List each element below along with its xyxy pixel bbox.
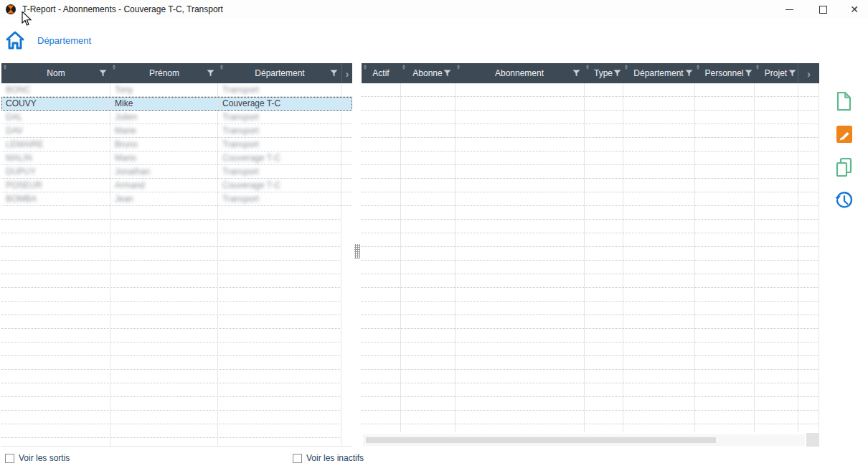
column-resize-handle[interactable] [696,65,700,70]
home-button[interactable] [5,29,25,51]
subscriptions-grid-body [362,83,819,432]
table-row[interactable]: LEMAIRE Bruno Transport [1,138,352,151]
empty-row [362,151,819,165]
chevron-right-icon: › [346,67,349,80]
cell-departement: Couverage T-C [218,97,341,110]
empty-row [1,383,341,397]
filter-icon[interactable] [443,70,451,77]
splitter-handle[interactable] [354,244,360,258]
column-resize-handle[interactable] [755,65,760,70]
empty-row [1,261,341,274]
empty-row [362,356,819,370]
column-header-prenom[interactable]: Prénom [110,63,218,83]
column-resize-handle[interactable] [3,65,7,70]
voir-les-inactifs-checkbox[interactable]: Voir les inactifs [293,453,364,463]
empty-row [362,220,819,233]
table-row-selected[interactable]: COUVY Mike Couverage T-C [1,97,352,111]
filter-icon[interactable] [99,70,107,77]
filter-icon[interactable] [572,70,580,77]
empty-row [362,206,819,220]
column-resize-handle[interactable] [220,65,224,70]
empty-row [362,124,819,138]
cell-departement: Couverage T-C [218,151,341,164]
column-resize-handle[interactable] [585,65,590,70]
column-header-personnel[interactable]: Personnel [694,63,754,83]
column-header-abonnement[interactable]: Abonnement [455,63,584,83]
more-columns-button[interactable]: › [342,63,352,83]
app-icon [6,4,16,14]
empty-row [362,233,819,247]
empty-row [362,274,819,288]
scrollbar-thumb[interactable] [366,437,716,443]
filter-icon[interactable] [613,70,621,77]
breadcrumb-departement-link[interactable]: Département [37,35,91,46]
persons-grid: Nom Prénom Département › BONC Tony Trans… [1,63,352,447]
checkbox-icon[interactable] [293,454,302,463]
empty-row [1,424,341,438]
voir-les-sortis-checkbox[interactable]: Voir les sortis [5,453,70,463]
cell-prenom: Tony [110,83,218,96]
table-row[interactable]: DUPUY Jonathan Transport [1,165,352,179]
empty-row [362,424,819,432]
column-header-type[interactable]: Type [584,63,623,83]
table-row[interactable]: MALIN Mario Couverage T-C [1,151,352,165]
cell-nom: DAV [1,124,110,137]
table-row[interactable]: BONC Tony Transport [1,83,352,97]
empty-row [1,247,341,261]
column-resize-handle[interactable] [402,65,406,70]
column-header-departement[interactable]: Département [623,63,694,83]
table-row[interactable]: DAL Julien Transport [1,111,352,124]
grid-line [455,83,456,432]
horizontal-scrollbar[interactable] [363,434,805,446]
copy-document-icon[interactable] [834,157,854,178]
grid-line [110,83,110,446]
filter-icon[interactable] [788,70,796,77]
column-resize-handle[interactable] [112,65,116,70]
grid-line [584,83,585,432]
empty-row [1,206,341,220]
empty-row [362,261,819,274]
cell-prenom: Julien [110,111,218,123]
column-header-actif[interactable]: Actif [362,63,400,83]
cell-nom: POSEUR [1,179,110,192]
edit-document-icon[interactable] [834,123,854,145]
column-resize-handle[interactable] [363,65,367,70]
column-label: Prénom [149,68,179,78]
column-resize-handle[interactable] [624,65,628,70]
empty-row [362,97,819,111]
minimize-button[interactable] [775,0,803,19]
column-header-projet[interactable]: Projet [754,63,798,83]
grid-line [819,83,819,432]
maximize-button[interactable] [809,0,836,19]
cell-departement: Transport [218,192,341,205]
new-document-icon[interactable] [834,90,854,112]
empty-row [362,411,819,424]
empty-row [1,397,341,411]
history-icon[interactable] [834,190,854,211]
table-row[interactable]: DAV Marie Transport [1,124,352,138]
column-resize-handle[interactable] [456,65,461,70]
column-header-nom[interactable]: Nom [1,63,110,83]
close-button[interactable]: ✕ [841,0,868,19]
filter-icon[interactable] [745,70,753,77]
subscriptions-grid: Actif Abonne Abonnement Type Département… [362,63,819,447]
empty-row [1,302,341,315]
empty-row [1,342,341,356]
filter-icon[interactable] [207,70,214,77]
checkbox-icon[interactable] [5,454,14,463]
checkbox-label: Voir les sortis [19,453,70,463]
more-columns-button[interactable]: › [798,63,819,83]
empty-row [362,329,819,342]
persons-grid-body: BONC Tony Transport COUVY Mike Couverage… [1,83,352,447]
empty-row [1,315,341,329]
filter-icon[interactable] [330,70,338,77]
table-row[interactable]: BOMBA Jean Transport [1,192,352,206]
grid-line [798,83,798,432]
scrollbar-corner [806,433,819,447]
filter-icon[interactable] [685,70,693,77]
title-bar: T-Report - Abonnements - Couverage T-C, … [0,0,868,19]
column-header-abonne[interactable]: Abonne [400,63,455,83]
column-header-departement[interactable]: Département [218,63,341,83]
empty-row [1,356,341,370]
table-row[interactable]: POSEUR Armand Couverage T-C [1,179,352,192]
